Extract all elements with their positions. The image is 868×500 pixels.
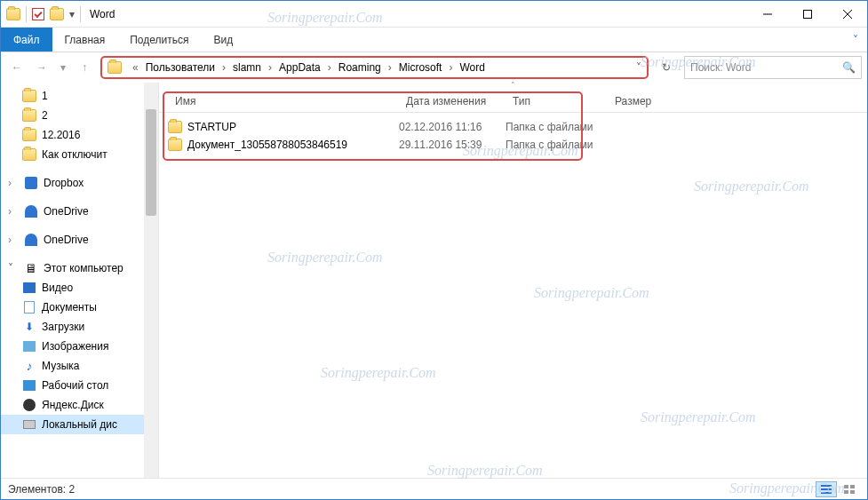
svg-rect-6 xyxy=(821,492,832,494)
column-header-type[interactable]: Тип xyxy=(506,95,608,107)
chevron-right-icon[interactable]: › xyxy=(385,61,395,74)
sidebar-item-desktop[interactable]: Рабочий стол xyxy=(1,376,158,395)
sidebar-item-onedrive[interactable]: ›OneDrive xyxy=(1,202,158,221)
sidebar-label: OneDrive xyxy=(44,234,89,246)
svg-rect-9 xyxy=(844,490,848,494)
column-header-date[interactable]: Дата изменения xyxy=(399,95,506,107)
chevron-down-icon[interactable]: ˅ xyxy=(8,262,19,274)
close-button[interactable] xyxy=(827,1,867,28)
chevron-right-icon[interactable]: › xyxy=(265,61,275,74)
ribbon-expand-icon[interactable]: ˅ xyxy=(844,28,867,52)
tab-home[interactable]: Главная xyxy=(52,28,118,52)
sidebar-item-videos[interactable]: Видео xyxy=(1,278,158,298)
qat-dropdown-icon[interactable]: ▾ xyxy=(69,8,75,20)
back-button[interactable]: ← xyxy=(6,57,28,78)
column-header-name[interactable]: Имя xyxy=(168,95,399,107)
file-row[interactable]: Документ_130558788053846519 29.11.2016 1… xyxy=(159,136,867,154)
breadcrumb-item[interactable]: Roaming xyxy=(337,61,383,74)
sidebar-item-yandex-disk[interactable]: Яндекс.Диск xyxy=(1,395,158,415)
download-icon xyxy=(22,320,36,334)
up-button[interactable]: ↑ xyxy=(74,57,95,78)
sidebar-item-local-disk[interactable]: Локальный дис xyxy=(1,415,158,434)
yandex-disk-icon xyxy=(23,399,36,411)
chevron-right-icon[interactable]: › xyxy=(445,61,456,74)
column-header-size[interactable]: Размер xyxy=(608,95,679,107)
sidebar-label: 2 xyxy=(42,109,48,122)
chevron-icon[interactable]: › xyxy=(8,234,19,246)
explorer-window: Soringperepair.Com Soringperepair.Com So… xyxy=(0,0,868,500)
history-dropdown[interactable]: ▾ xyxy=(56,57,70,78)
navigation-row: ← → ▾ ↑ « Пользователи › slamn › AppData… xyxy=(1,52,867,83)
folder-icon xyxy=(108,61,122,74)
sidebar-item-documents[interactable]: Документы xyxy=(1,298,158,317)
breadcrumb-item[interactable]: Microsoft xyxy=(397,61,444,74)
ribbon-tabs: Файл Главная Поделиться Вид ˅ xyxy=(1,28,867,52)
file-date: 02.12.2016 11:16 xyxy=(399,121,506,133)
sidebar-label: Яндекс.Диск xyxy=(42,399,104,411)
forward-button[interactable]: → xyxy=(31,57,52,78)
chevron-right-icon[interactable]: › xyxy=(324,61,335,74)
breadcrumb-item[interactable]: slamn xyxy=(231,61,263,74)
sidebar-item[interactable]: 2 xyxy=(1,106,158,125)
sidebar-label: Документы xyxy=(42,301,97,313)
address-bar[interactable]: « Пользователи › slamn › AppData › Roami… xyxy=(100,56,649,79)
refresh-button[interactable]: ↻ xyxy=(654,57,679,78)
sidebar-item-dropbox[interactable]: ›Dropbox xyxy=(1,173,158,193)
sidebar-item[interactable]: Как отключит xyxy=(1,145,158,164)
breadcrumb-item[interactable]: Пользователи xyxy=(144,61,217,74)
separator xyxy=(26,6,27,22)
breadcrumb-item[interactable]: AppData xyxy=(277,61,323,74)
sidebar-item-pictures[interactable]: Изображения xyxy=(1,337,158,356)
svg-rect-4 xyxy=(821,485,832,487)
sidebar-item-onedrive[interactable]: ›OneDrive xyxy=(1,230,158,250)
dropbox-icon xyxy=(25,177,37,189)
sidebar-item[interactable]: 1 xyxy=(1,86,158,106)
file-list-pane: ˄ Имя Дата изменения Тип Размер STARTUP … xyxy=(159,83,867,478)
sidebar-item[interactable]: 12.2016 xyxy=(1,125,158,145)
file-name: STARTUP xyxy=(187,121,236,133)
app-icon xyxy=(6,8,20,20)
chevron-icon[interactable]: › xyxy=(8,177,19,189)
quick-access-toolbar: ▾ xyxy=(6,6,81,22)
new-folder-icon[interactable] xyxy=(50,8,64,20)
tab-view[interactable]: Вид xyxy=(201,28,245,52)
search-icon[interactable]: 🔍 xyxy=(842,61,856,74)
pc-icon xyxy=(24,261,38,275)
sidebar-item-music[interactable]: Музыка xyxy=(1,356,158,376)
tab-share[interactable]: Поделиться xyxy=(117,28,201,52)
search-placeholder: Поиск: Word xyxy=(690,61,751,74)
navigation-pane[interactable]: 1 2 12.2016 Как отключит ›Dropbox ›OneDr… xyxy=(1,83,159,478)
view-mode-toggles xyxy=(816,481,860,497)
tab-file[interactable]: Файл xyxy=(1,28,52,52)
minimize-button[interactable] xyxy=(747,1,787,28)
file-row[interactable]: STARTUP 02.12.2016 11:16 Папка с файлами xyxy=(159,118,867,136)
file-list[interactable]: STARTUP 02.12.2016 11:16 Папка с файлами… xyxy=(159,113,867,478)
svg-rect-5 xyxy=(821,488,832,490)
breadcrumb-item[interactable]: Word xyxy=(458,61,486,74)
address-dropdown-icon[interactable]: ˅ xyxy=(636,61,641,74)
chevron-icon[interactable]: › xyxy=(8,205,19,218)
properties-icon[interactable] xyxy=(32,8,44,20)
scrollbar-vertical[interactable] xyxy=(144,83,158,478)
sidebar-label: Рабочий стол xyxy=(42,379,108,392)
file-type: Папка с файлами xyxy=(506,121,608,133)
sidebar-item-this-pc[interactable]: ˅Этот компьютер xyxy=(1,258,158,278)
sidebar-label: Музыка xyxy=(42,360,79,372)
breadcrumb-overflow[interactable]: « xyxy=(129,61,142,74)
search-input[interactable]: Поиск: Word 🔍 xyxy=(684,56,862,79)
video-icon xyxy=(23,282,36,293)
window-title: Word xyxy=(90,8,115,20)
scrollbar-thumb[interactable] xyxy=(146,109,156,216)
sidebar-label: Как отключит xyxy=(42,148,108,161)
item-count: Элементов: 2 xyxy=(8,483,75,496)
column-headers: Имя Дата изменения Тип Размер xyxy=(159,90,867,113)
svg-rect-7 xyxy=(844,485,848,488)
sidebar-item-downloads[interactable]: Загрузки xyxy=(1,317,158,337)
icons-view-button[interactable] xyxy=(839,481,860,497)
image-icon xyxy=(23,341,36,352)
details-view-button[interactable] xyxy=(816,481,837,497)
sidebar-label: Видео xyxy=(42,282,73,294)
maximize-button[interactable] xyxy=(787,1,827,28)
chevron-right-icon[interactable]: › xyxy=(219,61,229,74)
svg-rect-8 xyxy=(850,485,855,488)
